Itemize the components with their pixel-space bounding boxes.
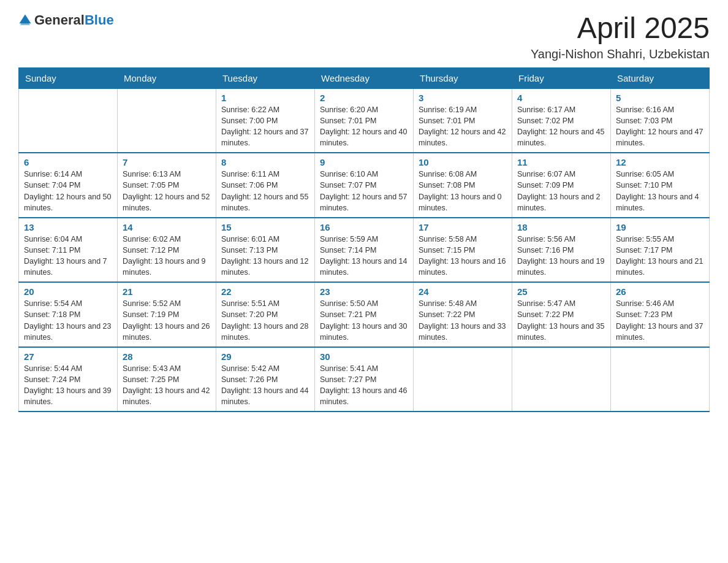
calendar-cell: 21Sunrise: 5:52 AMSunset: 7:19 PMDayligh…	[118, 282, 216, 347]
calendar-week-row: 13Sunrise: 6:04 AMSunset: 7:11 PMDayligh…	[19, 218, 710, 283]
day-info: Sunrise: 6:08 AMSunset: 7:08 PMDaylight:…	[419, 169, 507, 213]
day-info: Sunrise: 5:58 AMSunset: 7:15 PMDaylight:…	[419, 234, 507, 278]
calendar-cell: 19Sunrise: 5:55 AMSunset: 7:17 PMDayligh…	[611, 218, 710, 283]
day-info: Sunrise: 6:17 AMSunset: 7:02 PMDaylight:…	[517, 104, 605, 149]
day-number: 3	[419, 93, 507, 103]
weekday-header-saturday: Saturday	[611, 67, 710, 88]
calendar-cell: 25Sunrise: 5:47 AMSunset: 7:22 PMDayligh…	[512, 282, 611, 347]
calendar-cell: 14Sunrise: 6:02 AMSunset: 7:12 PMDayligh…	[118, 218, 216, 283]
subtitle: Yangi-Nishon Shahri, Uzbekistan	[531, 47, 710, 61]
day-number: 19	[616, 222, 704, 232]
day-number: 28	[123, 351, 211, 362]
day-info: Sunrise: 5:41 AMSunset: 7:27 PMDaylight:…	[320, 363, 408, 408]
day-number: 29	[221, 351, 309, 362]
day-number: 17	[419, 222, 507, 232]
calendar-cell: 23Sunrise: 5:50 AMSunset: 7:21 PMDayligh…	[315, 282, 414, 347]
day-number: 27	[24, 351, 112, 362]
day-number: 22	[221, 286, 309, 297]
day-info: Sunrise: 6:11 AMSunset: 7:06 PMDaylight:…	[221, 169, 309, 213]
calendar-cell: 28Sunrise: 5:43 AMSunset: 7:25 PMDayligh…	[118, 347, 216, 412]
calendar-cell: 27Sunrise: 5:44 AMSunset: 7:24 PMDayligh…	[19, 347, 118, 412]
weekday-header-thursday: Thursday	[414, 67, 512, 88]
calendar-cell: 6Sunrise: 6:14 AMSunset: 7:04 PMDaylight…	[19, 153, 118, 218]
day-info: Sunrise: 5:55 AMSunset: 7:17 PMDaylight:…	[616, 234, 704, 278]
calendar-table: SundayMondayTuesdayWednesdayThursdayFrid…	[18, 67, 710, 413]
day-number: 30	[320, 351, 408, 362]
calendar-week-row: 1Sunrise: 6:22 AMSunset: 7:00 PMDaylight…	[19, 88, 710, 153]
day-number: 24	[419, 286, 507, 297]
calendar-cell: 7Sunrise: 6:13 AMSunset: 7:05 PMDaylight…	[118, 153, 216, 218]
day-number: 21	[123, 286, 211, 297]
calendar-body: 1Sunrise: 6:22 AMSunset: 7:00 PMDaylight…	[19, 88, 710, 412]
day-number: 7	[123, 157, 211, 167]
day-info: Sunrise: 5:51 AMSunset: 7:20 PMDaylight:…	[221, 298, 309, 343]
weekday-header-wednesday: Wednesday	[315, 67, 414, 88]
calendar-week-row: 6Sunrise: 6:14 AMSunset: 7:04 PMDaylight…	[19, 153, 710, 218]
day-info: Sunrise: 5:43 AMSunset: 7:25 PMDaylight:…	[123, 363, 211, 408]
calendar-cell: 26Sunrise: 5:46 AMSunset: 7:23 PMDayligh…	[611, 282, 710, 347]
logo: GeneralBlue	[18, 12, 114, 28]
day-number: 23	[320, 286, 408, 297]
day-info: Sunrise: 6:19 AMSunset: 7:01 PMDaylight:…	[419, 104, 507, 149]
calendar-week-row: 20Sunrise: 5:54 AMSunset: 7:18 PMDayligh…	[19, 282, 710, 347]
day-number: 1	[221, 93, 309, 103]
calendar-cell: 20Sunrise: 5:54 AMSunset: 7:18 PMDayligh…	[19, 282, 118, 347]
day-number: 25	[517, 286, 605, 297]
calendar-cell: 30Sunrise: 5:41 AMSunset: 7:27 PMDayligh…	[315, 347, 414, 412]
day-number: 11	[517, 157, 605, 167]
day-number: 9	[320, 157, 408, 167]
weekday-header-friday: Friday	[512, 67, 611, 88]
day-info: Sunrise: 5:44 AMSunset: 7:24 PMDaylight:…	[24, 363, 112, 408]
day-info: Sunrise: 6:07 AMSunset: 7:09 PMDaylight:…	[517, 169, 605, 213]
logo-blue: Blue	[85, 12, 114, 28]
logo-icon	[18, 13, 32, 27]
day-number: 16	[320, 222, 408, 232]
day-number: 10	[419, 157, 507, 167]
day-number: 12	[616, 157, 704, 167]
page-header: GeneralBlue April 2025 Yangi-Nishon Shah…	[18, 12, 710, 61]
day-number: 13	[24, 222, 112, 232]
day-number: 20	[24, 286, 112, 297]
weekday-header-row: SundayMondayTuesdayWednesdayThursdayFrid…	[19, 67, 710, 88]
day-number: 26	[616, 286, 704, 297]
day-info: Sunrise: 5:56 AMSunset: 7:16 PMDaylight:…	[517, 234, 605, 278]
day-info: Sunrise: 6:16 AMSunset: 7:03 PMDaylight:…	[616, 104, 704, 149]
day-info: Sunrise: 6:05 AMSunset: 7:10 PMDaylight:…	[616, 169, 704, 213]
day-number: 8	[221, 157, 309, 167]
weekday-header-tuesday: Tuesday	[216, 67, 315, 88]
calendar-cell: 15Sunrise: 6:01 AMSunset: 7:13 PMDayligh…	[216, 218, 315, 283]
calendar-cell	[118, 88, 216, 153]
day-number: 6	[24, 157, 112, 167]
calendar-header: SundayMondayTuesdayWednesdayThursdayFrid…	[19, 67, 710, 88]
weekday-header-sunday: Sunday	[19, 67, 118, 88]
calendar-cell: 9Sunrise: 6:10 AMSunset: 7:07 PMDaylight…	[315, 153, 414, 218]
calendar-week-row: 27Sunrise: 5:44 AMSunset: 7:24 PMDayligh…	[19, 347, 710, 412]
day-number: 4	[517, 93, 605, 103]
day-info: Sunrise: 5:54 AMSunset: 7:18 PMDaylight:…	[24, 298, 112, 343]
day-info: Sunrise: 6:01 AMSunset: 7:13 PMDaylight:…	[221, 234, 309, 278]
calendar-cell: 10Sunrise: 6:08 AMSunset: 7:08 PMDayligh…	[414, 153, 512, 218]
day-info: Sunrise: 5:52 AMSunset: 7:19 PMDaylight:…	[123, 298, 211, 343]
weekday-header-monday: Monday	[118, 67, 216, 88]
page-title: April 2025	[531, 12, 710, 45]
calendar-cell	[19, 88, 118, 153]
day-number: 14	[123, 222, 211, 232]
calendar-cell: 8Sunrise: 6:11 AMSunset: 7:06 PMDaylight…	[216, 153, 315, 218]
day-info: Sunrise: 5:42 AMSunset: 7:26 PMDaylight:…	[221, 363, 309, 408]
day-info: Sunrise: 5:47 AMSunset: 7:22 PMDaylight:…	[517, 298, 605, 343]
day-info: Sunrise: 6:04 AMSunset: 7:11 PMDaylight:…	[24, 234, 112, 278]
day-info: Sunrise: 6:02 AMSunset: 7:12 PMDaylight:…	[123, 234, 211, 278]
calendar-cell: 2Sunrise: 6:20 AMSunset: 7:01 PMDaylight…	[315, 88, 414, 153]
calendar-cell	[414, 347, 512, 412]
title-section: April 2025 Yangi-Nishon Shahri, Uzbekist…	[531, 12, 710, 61]
day-info: Sunrise: 5:50 AMSunset: 7:21 PMDaylight:…	[320, 298, 408, 343]
day-info: Sunrise: 6:13 AMSunset: 7:05 PMDaylight:…	[123, 169, 211, 213]
day-number: 5	[616, 93, 704, 103]
day-number: 15	[221, 222, 309, 232]
day-number: 18	[517, 222, 605, 232]
calendar-cell: 11Sunrise: 6:07 AMSunset: 7:09 PMDayligh…	[512, 153, 611, 218]
calendar-cell: 3Sunrise: 6:19 AMSunset: 7:01 PMDaylight…	[414, 88, 512, 153]
calendar-cell: 13Sunrise: 6:04 AMSunset: 7:11 PMDayligh…	[19, 218, 118, 283]
day-info: Sunrise: 5:46 AMSunset: 7:23 PMDaylight:…	[616, 298, 704, 343]
calendar-cell: 1Sunrise: 6:22 AMSunset: 7:00 PMDaylight…	[216, 88, 315, 153]
